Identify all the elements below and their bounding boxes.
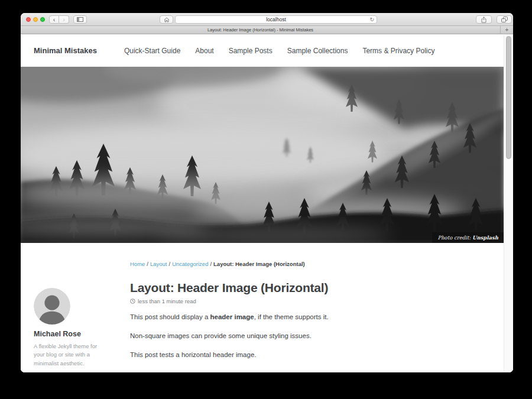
address-bar-url: localhost bbox=[266, 17, 286, 22]
active-tab[interactable]: Layout: Header Image (Horizontal) - Mini… bbox=[21, 26, 500, 34]
new-tab-button[interactable]: + bbox=[500, 26, 513, 34]
paragraph-3: This post tests a horizontal header imag… bbox=[130, 351, 497, 358]
photo-credit-source: Unsplash bbox=[472, 235, 498, 241]
author-sidebar: Michael Rose A flexible Jekyll theme for… bbox=[34, 288, 115, 368]
browser-toolbar: ‹ › localhost ↻ bbox=[21, 13, 513, 26]
header-image: Photo credit: Unsplash bbox=[21, 67, 504, 243]
breadcrumb-current: Layout: Header Image (Horizontal) bbox=[213, 261, 305, 267]
history-nav-group: ‹ › bbox=[49, 15, 69, 24]
plus-icon: + bbox=[505, 27, 509, 33]
photo-credit-label: Photo credit: bbox=[437, 235, 472, 241]
forward-button[interactable]: › bbox=[59, 15, 69, 24]
tab-title: Layout: Header Image (Horizontal) - Mini… bbox=[207, 27, 313, 33]
breadcrumb-uncategorized-link[interactable]: Uncategorized bbox=[172, 261, 208, 267]
avatar bbox=[34, 288, 70, 325]
clock-icon bbox=[130, 299, 135, 304]
paragraph-2: Non-square images can provide some uniqu… bbox=[130, 332, 497, 339]
photo-credit: Photo credit: Unsplash bbox=[432, 232, 504, 243]
post-meta: less than 1 minute read bbox=[130, 298, 497, 304]
paragraph-1-tail: , if the theme supports it. bbox=[254, 313, 329, 320]
site-title-link[interactable]: Minimal Mistakes bbox=[34, 46, 97, 55]
scrollbar-track[interactable] bbox=[504, 35, 513, 372]
avatar-silhouette-icon bbox=[34, 288, 70, 325]
author-bio: A flexible Jekyll theme for your blog or… bbox=[34, 342, 106, 368]
home-button[interactable] bbox=[160, 15, 173, 24]
breadcrumb-separator: / bbox=[169, 261, 171, 267]
post-title: Layout: Header Image (Horizontal) bbox=[130, 281, 497, 295]
site-masthead: Minimal Mistakes Quick-Start Guide About… bbox=[21, 35, 504, 67]
forward-icon: › bbox=[63, 17, 65, 23]
paragraph-1-bold: header image bbox=[210, 313, 254, 320]
share-icon bbox=[481, 17, 486, 23]
breadcrumb-layout-link[interactable]: Layout bbox=[150, 261, 167, 267]
paragraph-1-text: This post should display a bbox=[130, 313, 210, 320]
home-icon bbox=[164, 17, 170, 22]
tab-overview-icon bbox=[501, 17, 508, 22]
breadcrumb-home-link[interactable]: Home bbox=[130, 261, 145, 267]
nav-item-about[interactable]: About bbox=[195, 47, 213, 55]
back-icon: ‹ bbox=[53, 17, 56, 23]
nav-item-quick-start-guide[interactable]: Quick-Start Guide bbox=[124, 47, 180, 55]
address-bar[interactable]: localhost ↻ bbox=[175, 15, 377, 24]
close-window-button[interactable] bbox=[26, 17, 31, 22]
zoom-window-button[interactable] bbox=[40, 17, 45, 22]
tab-bar: Layout: Header Image (Horizontal) - Mini… bbox=[21, 26, 513, 34]
webpage: Minimal Mistakes Quick-Start Guide About… bbox=[21, 35, 504, 372]
breadcrumb: Home/Layout/Uncategorized/Layout: Header… bbox=[130, 261, 497, 267]
scrollbar-thumb[interactable] bbox=[506, 36, 511, 159]
breadcrumb-separator: / bbox=[210, 261, 212, 267]
refresh-icon[interactable]: ↻ bbox=[369, 16, 374, 23]
read-time: less than 1 minute read bbox=[138, 298, 196, 304]
article-main: Home/Layout/Uncategorized/Layout: Header… bbox=[130, 243, 497, 370]
foggy-forest-artwork bbox=[21, 67, 504, 243]
article-area: Michael Rose A flexible Jekyll theme for… bbox=[21, 243, 504, 372]
share-button[interactable] bbox=[476, 15, 492, 24]
post-body: This post should display a header image,… bbox=[130, 313, 497, 358]
back-button[interactable]: ‹ bbox=[49, 15, 59, 24]
nav-item-sample-collections[interactable]: Sample Collections bbox=[287, 47, 348, 55]
sidebar-toggle-button[interactable] bbox=[73, 15, 87, 24]
author-name: Michael Rose bbox=[34, 330, 115, 338]
nav-item-sample-posts[interactable]: Sample Posts bbox=[229, 47, 273, 55]
nav-item-terms-privacy[interactable]: Terms & Privacy Policy bbox=[362, 47, 434, 55]
site-nav: Quick-Start Guide About Sample Posts Sam… bbox=[124, 47, 435, 55]
browser-window: ‹ › localhost ↻ bbox=[21, 13, 513, 372]
browser-viewport: Minimal Mistakes Quick-Start Guide About… bbox=[21, 35, 513, 372]
sidebar-icon bbox=[77, 17, 83, 22]
minimize-window-button[interactable] bbox=[33, 17, 38, 22]
tab-overview-button[interactable] bbox=[497, 15, 512, 24]
breadcrumb-separator: / bbox=[147, 261, 148, 267]
paragraph-1: This post should display a header image,… bbox=[130, 313, 497, 320]
